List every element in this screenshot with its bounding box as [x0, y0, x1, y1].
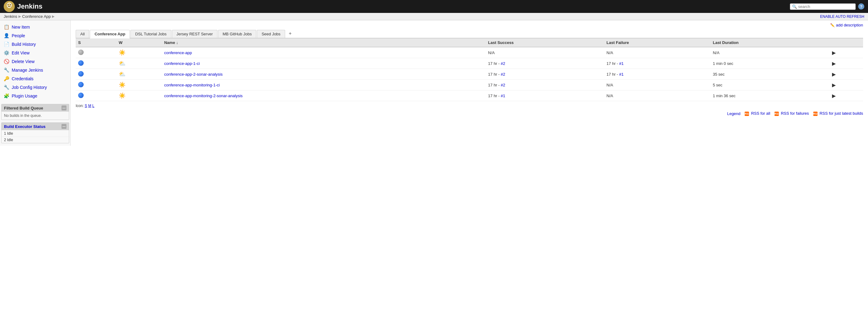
executor-status-1: Idle: [7, 131, 13, 136]
search-box[interactable]: 🔍: [790, 3, 856, 10]
sidebar-item-credentials[interactable]: 🔑 Credentials: [0, 74, 70, 83]
rss-failures-link[interactable]: RSS for failures: [781, 111, 809, 116]
weather-cell-conference-app-2-sonar-analysis: ⛅: [116, 69, 162, 80]
failure-link-conference-app-2-sonar-analysis[interactable]: #1: [619, 72, 623, 76]
job-link-conference-app-monitoring-1-ci[interactable]: conference-app-monitoring-1-ci: [164, 83, 220, 87]
sidebar-item-new-item[interactable]: 📋 New Item: [0, 23, 70, 31]
rss-all-link[interactable]: RSS for all: [751, 111, 770, 116]
breadcrumb-arrow: ▶: [52, 14, 55, 19]
header-right: 🔍 ?: [790, 3, 864, 10]
status-cell-conference-app-monitoring-1-ci: [76, 80, 116, 90]
add-description-area: ✏️ add description: [76, 23, 863, 27]
weather-icon-conference-app-monitoring-1-ci: ☀️: [119, 82, 125, 88]
credentials-label: Credentials: [12, 76, 33, 81]
people-icon: 👤: [4, 33, 9, 38]
status-cell-conference-app: [76, 47, 116, 58]
action-cell-conference-app-monitoring-1-ci: ▶: [830, 80, 863, 90]
weather-icon-conference-app-monitoring-2-sonar-analysis: ☀️: [119, 93, 125, 99]
job-link-conference-app-1-ci[interactable]: conference-app-1-ci: [164, 61, 200, 66]
status-cell-conference-app-monitoring-2-sonar-analysis: [76, 90, 116, 101]
tab-mb-github-jobs[interactable]: MB GitHub Jobs: [218, 30, 256, 38]
job-link-conference-app[interactable]: conference-app: [164, 51, 192, 55]
legend-link[interactable]: Legend: [727, 111, 740, 116]
build-queue-collapse[interactable]: —: [62, 105, 66, 110]
col-name[interactable]: Name ↓: [162, 38, 486, 47]
schedule-icon-conference-app-monitoring-1-ci[interactable]: ▶: [832, 83, 836, 88]
status-cell-conference-app-2-sonar-analysis: [76, 69, 116, 80]
name-cell-conference-app-2-sonar-analysis: conference-app-2-sonar-analysis: [162, 69, 486, 80]
duration-cell-conference-app-monitoring-1-ci: 5 sec: [710, 80, 830, 90]
sidebar: 📋 New Item 👤 People 📄 Build History ⚙️ E…: [0, 20, 71, 146]
schedule-icon-conference-app[interactable]: ▶: [832, 50, 836, 55]
icon-size-s[interactable]: S: [85, 104, 87, 108]
sidebar-item-build-history[interactable]: 📄 Build History: [0, 40, 70, 48]
auto-refresh-link[interactable]: ENABLE AUTO REFRESH: [820, 14, 864, 19]
rss-all-icon: RSS: [745, 111, 749, 116]
failure-cell-conference-app: N/A: [604, 47, 711, 58]
schedule-icon-conference-app-1-ci[interactable]: ▶: [832, 61, 836, 66]
job-link-conference-app-monitoring-2-sonar-analysis[interactable]: conference-app-monitoring-2-sonar-analys…: [164, 94, 243, 98]
search-input[interactable]: [798, 4, 854, 9]
header: Jenkins 🔍 ?: [0, 0, 868, 13]
weather-cell-conference-app-1-ci: ⛅: [116, 58, 162, 69]
col-weather: W: [116, 38, 162, 47]
manage-jenkins-label: Manage Jenkins: [12, 68, 43, 73]
executor-collapse[interactable]: —: [62, 124, 66, 129]
tab-all[interactable]: All: [76, 30, 89, 38]
icon-size-m[interactable]: M: [88, 104, 91, 108]
sidebar-item-job-config-history[interactable]: 🔧 Job Config History: [0, 83, 70, 92]
success-cell-conference-app-2-sonar-analysis: 17 hr - #2: [486, 69, 604, 80]
job-config-history-icon: 🔧: [4, 85, 9, 90]
breadcrumb-home[interactable]: Jenkins: [4, 14, 17, 19]
success-link-conference-app-1-ci[interactable]: #2: [501, 61, 505, 66]
sidebar-item-plugin-usage[interactable]: 🧩 Plugin Usage: [0, 92, 70, 100]
success-link-conference-app-monitoring-1-ci[interactable]: #2: [501, 83, 505, 87]
failure-cell-conference-app-monitoring-2-sonar-analysis: N/A: [604, 90, 711, 101]
add-description-link[interactable]: add description: [836, 23, 863, 27]
col-last-failure: Last Failure: [604, 38, 711, 47]
weather-cell-conference-app: ☀️: [116, 47, 162, 58]
success-link-conference-app-2-sonar-analysis[interactable]: #2: [501, 72, 505, 76]
build-queue-title: Filtered Build Queue: [4, 106, 43, 110]
tab-dsl-tutorial-jobs[interactable]: DSL Tutorial Jobs: [130, 30, 171, 38]
build-queue-body: No builds in the queue.: [2, 111, 69, 120]
jobs-tbody: ☀️ conference-app N/A N/A N/A ▶ ⛅ confer…: [76, 47, 863, 101]
tab-seed-jobs[interactable]: Seed Jobs: [257, 30, 285, 38]
rss-latest-link[interactable]: RSS for just latest builds: [819, 111, 863, 116]
failure-cell-conference-app-monitoring-1-ci: N/A: [604, 80, 711, 90]
build-queue-header: Filtered Build Queue —: [2, 104, 69, 111]
duration-cell-conference-app-2-sonar-analysis: 35 sec: [710, 69, 830, 80]
sidebar-item-edit-view[interactable]: ⚙️ Edit View: [0, 48, 70, 57]
job-link-conference-app-2-sonar-analysis[interactable]: conference-app-2-sonar-analysis: [164, 72, 223, 76]
tab-conference-app[interactable]: Conference App: [90, 30, 130, 38]
schedule-icon-conference-app-2-sonar-analysis[interactable]: ▶: [832, 72, 836, 77]
col-status: S: [76, 38, 116, 47]
sidebar-item-manage-jenkins[interactable]: 🔧 Manage Jenkins: [0, 66, 70, 74]
status-ball-conference-app: [78, 50, 84, 55]
rss-latest-icon: RSS: [813, 111, 817, 116]
name-cell-conference-app-1-ci: conference-app-1-ci: [162, 58, 486, 69]
tab-add-button[interactable]: +: [286, 29, 294, 38]
table-row: ☀️ conference-app-monitoring-2-sonar-ana…: [76, 90, 863, 101]
svg-point-3: [8, 4, 9, 5]
status-cell-conference-app-1-ci: [76, 58, 116, 69]
weather-cell-conference-app-monitoring-1-ci: ☀️: [116, 80, 162, 90]
help-icon[interactable]: ?: [858, 3, 864, 9]
schedule-icon-conference-app-monitoring-2-sonar-analysis[interactable]: ▶: [832, 93, 836, 98]
executor-title-link[interactable]: Build Executor Status: [4, 124, 45, 129]
sidebar-item-delete-view[interactable]: 🚫 Delete View: [0, 57, 70, 66]
col-actions: [830, 38, 863, 47]
people-label: People: [12, 33, 25, 38]
executor-row-1: 1 Idle: [2, 130, 69, 136]
failure-link-conference-app-1-ci[interactable]: #1: [619, 61, 623, 66]
executor-header: Build Executor Status —: [2, 123, 69, 130]
rss-latest-item: RSS RSS for just latest builds: [813, 111, 863, 116]
success-link-conference-app-monitoring-2-sonar-analysis[interactable]: #1: [501, 94, 505, 98]
breadcrumb-current[interactable]: Conference App: [22, 14, 51, 19]
tab-jersey-rest-server[interactable]: Jersey REST Server: [172, 30, 217, 38]
layout: 📋 New Item 👤 People 📄 Build History ⚙️ E…: [0, 20, 868, 146]
action-cell-conference-app: ▶: [830, 47, 863, 58]
sidebar-item-people[interactable]: 👤 People: [0, 31, 70, 40]
build-history-icon: 📄: [4, 41, 9, 47]
icon-size-l[interactable]: L: [92, 104, 94, 108]
